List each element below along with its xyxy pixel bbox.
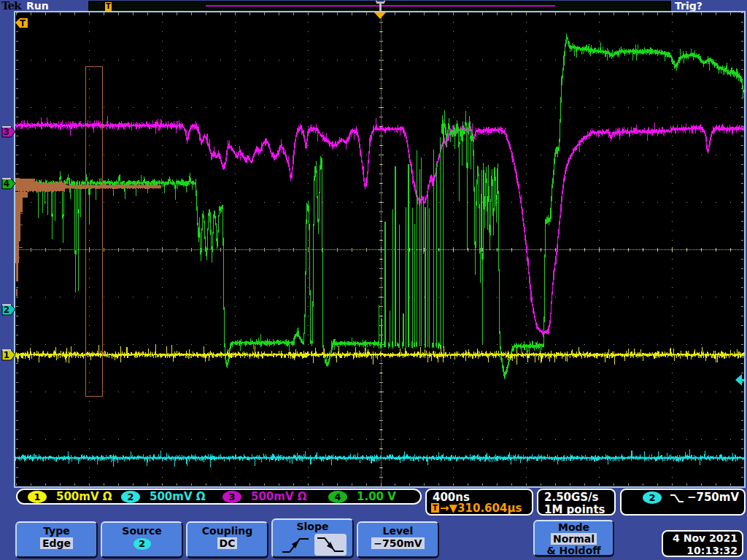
svg-text:4: 4: [4, 179, 9, 189]
menu-source-label: Source: [102, 525, 182, 537]
ch2-scale: 500mV Ω: [150, 490, 206, 503]
menu-type-value: Edge: [40, 537, 73, 549]
ch1-badge: 1: [28, 491, 47, 503]
trigger-offscreen-flag: T: [15, 18, 28, 31]
trigger-readout: 2 −750mV: [620, 489, 746, 516]
svg-text:2: 2: [4, 305, 9, 315]
delay-value: 310.604µs: [457, 502, 522, 515]
ch4-badge: 4: [328, 491, 347, 503]
trigger-source-badge: 2: [643, 491, 662, 504]
menu-source-button[interactable]: Source 2: [101, 521, 183, 559]
waveform-display[interactable]: T 3 4 2 1: [15, 12, 744, 486]
menu-mode-label: Mode: [535, 521, 613, 533]
record-expansion-dot-left: [376, 1, 377, 2]
record-expansion-stem: [379, 2, 382, 12]
ch3-scale: 500mV Ω: [251, 490, 307, 503]
record-length: 1M points: [544, 503, 605, 516]
record-view-bar[interactable]: T: [88, 1, 671, 12]
menu-type-label: Type: [17, 525, 96, 537]
trigger-t-icon: T: [431, 503, 439, 513]
menu-coupling-value: DC: [217, 537, 238, 549]
svg-text:T: T: [20, 18, 26, 28]
acquisition-readout: 2.50GS/s 1M points: [537, 489, 616, 516]
trigger-position-marker[interactable]: [374, 12, 386, 19]
ch2-badge: 2: [121, 491, 140, 503]
menu-mode-button[interactable]: Mode Normal & Holdoff: [533, 520, 614, 557]
record-trigger-marker[interactable]: T: [105, 2, 112, 11]
record-expansion-dot-right: [384, 1, 385, 2]
menu-mode-value: Normal: [551, 533, 597, 545]
menu-source-value: 2: [133, 538, 151, 550]
timebase-readout: 400ns T→▼310.604µs: [425, 489, 533, 516]
time-value: 10:13:32: [663, 545, 738, 556]
ch1-scale: 500mV Ω: [56, 490, 112, 503]
tek-logo: Tek: [1, 0, 20, 12]
menu-mode-value2: & Holdoff: [535, 545, 613, 556]
rising-slope-option[interactable]: [279, 534, 311, 556]
menu-level-label: Level: [358, 525, 438, 537]
svg-text:1: 1: [4, 350, 9, 360]
ch3-badge: 3: [222, 491, 241, 503]
falling-slope-icon: [670, 492, 684, 506]
ch2-position-marker[interactable]: 2: [1, 303, 16, 316]
zoom-window-box[interactable]: [85, 66, 103, 397]
menu-coupling-label: Coupling: [187, 525, 267, 537]
timebase-delay: T→▼310.604µs: [431, 502, 522, 513]
menu-coupling-button[interactable]: Coupling DC: [186, 521, 268, 559]
delay-arrows: →▼: [440, 502, 457, 515]
ch4-readout[interactable]: 4 1.00 V: [328, 490, 396, 503]
menu-slope-label: Slope: [273, 521, 352, 532]
trigger-level-readout: −750mV: [687, 491, 739, 504]
channel-readout-bar: 1 500mV Ω 2 500mV Ω 3 500mV Ω 4 1.00 V: [16, 489, 422, 505]
title-bar: Tek Run T Trig?: [0, 0, 747, 12]
ch2-readout[interactable]: 2 500mV Ω: [121, 490, 206, 503]
ch1-position-marker[interactable]: 1: [1, 349, 16, 361]
date-value: 4 Nov 2021: [663, 532, 738, 544]
menu-level-value: −750mV: [371, 537, 424, 549]
sample-rate: 2.50GS/s: [544, 491, 599, 504]
datetime-box: 4 Nov 2021 10:13:32: [662, 530, 743, 557]
ch3-position-marker[interactable]: 3: [1, 125, 16, 138]
trigger-status: Trig?: [675, 0, 703, 12]
falling-slope-option[interactable]: [314, 534, 347, 556]
svg-text:3: 3: [4, 127, 9, 137]
ch3-readout[interactable]: 3 500mV Ω: [222, 490, 307, 503]
ch4-scale: 1.00 V: [357, 490, 396, 503]
acquisition-status: Run: [26, 0, 49, 12]
ch4-position-marker[interactable]: 4: [1, 177, 16, 190]
ch1-readout[interactable]: 1 500mV Ω: [28, 490, 112, 503]
menu-type-button[interactable]: Type Edge: [15, 521, 98, 559]
menu-level-button[interactable]: Level −750mV: [357, 521, 439, 559]
trigger-level-marker[interactable]: [735, 374, 744, 389]
menu-slope-button[interactable]: Slope: [271, 518, 354, 559]
waveform-canvas: [15, 12, 744, 486]
